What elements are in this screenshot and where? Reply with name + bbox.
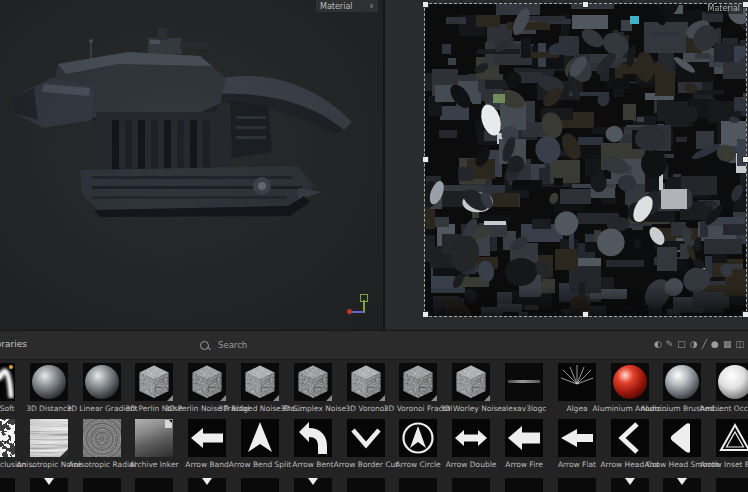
asset-tile[interactable]: Aluminium Anodiz... (611, 363, 649, 401)
asset-tile[interactable]: Arrow Flat (558, 419, 596, 457)
asset-tile[interactable]: 3D Worley Noise (452, 363, 490, 401)
uv-texture-canvas[interactable]: Material (424, 3, 747, 317)
transform-handle[interactable] (742, 311, 748, 318)
asset-tile[interactable]: Ambient Occlusion (716, 363, 748, 401)
filter-brushes-icon[interactable]: ✎ (666, 337, 674, 352)
asset-tile[interactable]: Archive Inker (135, 419, 173, 457)
arrow-flat-thumbnail (558, 419, 596, 457)
asset-tile[interactable]: Anisotropic Noise (30, 419, 68, 457)
asset-tile[interactable]: 3D Simplex Noise (294, 363, 332, 401)
asset-tile[interactable]: 3D Perlin Noise Fractal (188, 363, 226, 401)
asset-tile[interactable]: Arrow Inset Border (716, 419, 748, 457)
asset-tile[interactable]: Arrow Head Cut (611, 419, 649, 457)
asset-tile[interactable] (347, 478, 385, 492)
transform-handle[interactable] (582, 1, 589, 8)
filter-textures-icon[interactable]: ◑ (690, 337, 698, 352)
axis-x-line (350, 311, 364, 313)
asset-tile[interactable]: Arrow Circle (399, 419, 437, 457)
asset-tile[interactable] (663, 478, 701, 492)
asset-tile[interactable]: Arrow Double (452, 419, 490, 457)
asset-tile[interactable]: Arrow Head Smooth (663, 419, 701, 457)
asset-tile[interactable]: Arrow Band (188, 419, 226, 457)
libraries-header: Libraries ◐✎□◑╱●▦◫ (0, 331, 748, 360)
search-input[interactable] (216, 339, 630, 351)
asset-tile[interactable] (0, 478, 15, 492)
dark-thumbnail (558, 478, 596, 492)
asset-tile[interactable]: 3D Linear Gradient (83, 363, 121, 401)
asset-tile[interactable] (505, 478, 543, 492)
cube-thumbnail (452, 363, 490, 401)
asset-tile[interactable]: Basic Soft (0, 363, 15, 401)
asset-tile[interactable] (452, 478, 490, 492)
asset-tile[interactable]: Ambient Occlusion ... (0, 419, 15, 457)
aniso-radial-thumbnail (83, 419, 121, 457)
filter-projects-icon[interactable]: ◐ (654, 337, 662, 352)
asset-tile[interactable]: Arrow Border Cut (347, 419, 385, 457)
axis-gizmo (348, 294, 374, 318)
asset-tile[interactable] (558, 478, 596, 492)
asset-tile[interactable]: 3D Ridged Noise Fra... (241, 363, 279, 401)
uv-atlas-image (425, 4, 746, 316)
transform-handle[interactable] (582, 311, 589, 318)
dark-thumbnail (241, 478, 279, 492)
arrow-head-cut-thumbnail (611, 419, 649, 457)
viewport-2d[interactable]: Material (385, 0, 748, 330)
asset-tile[interactable] (294, 478, 332, 492)
dark-thumbnail (505, 478, 543, 492)
asset-tile[interactable] (30, 478, 68, 492)
dark-thumbnail (188, 478, 226, 492)
cube-dark-thumbnail (399, 363, 437, 401)
dark-thumbnail (30, 478, 68, 492)
asset-tile[interactable] (83, 478, 121, 492)
transform-handle[interactable] (422, 1, 429, 8)
asset-tile[interactable]: Algea (558, 363, 596, 401)
asset-tile[interactable]: 3D Perlin Noise (135, 363, 173, 401)
arrow-double-thumbnail (452, 419, 490, 457)
aniso-h-thumbnail (30, 419, 68, 457)
asset-tile[interactable] (611, 478, 649, 492)
asset-tile[interactable]: Arrow Bend Split (241, 419, 279, 457)
asset-tile[interactable]: Aluminium Brushed ... (663, 363, 701, 401)
dark-thumbnail (294, 478, 332, 492)
arrow-border-cut-thumbnail (347, 419, 385, 457)
asset-tile[interactable] (241, 478, 279, 492)
filter-materials-icon[interactable]: ● (711, 337, 719, 352)
dark-thumbnail (611, 478, 649, 492)
sphere-grey-thumbnail (83, 363, 121, 401)
filter-alphas-icon[interactable]: □ (677, 337, 686, 352)
material-mode-dropdown[interactable]: Material ∨ (315, 0, 379, 13)
cube-thumbnail (241, 363, 279, 401)
dark-thumbnail (83, 478, 121, 492)
asset-filter-icons: ◐✎□◑╱●▦◫ (654, 337, 744, 352)
asset-tile[interactable] (188, 478, 226, 492)
asset-tile[interactable]: Arrow Bent (294, 419, 332, 457)
transform-handle[interactable] (742, 1, 748, 8)
asset-label: Arrow Inset Border (690, 460, 748, 469)
filter-procedurals-icon[interactable]: ╱ (702, 337, 707, 352)
filter-smart-masks-icon[interactable]: ◫ (735, 337, 744, 352)
filter-smart-materials-icon[interactable]: ▦ (723, 337, 732, 352)
asset-tile[interactable]: Arrow Fire (505, 419, 543, 457)
asset-tile[interactable] (716, 478, 748, 492)
arrow-head-smooth-thumbnail (663, 419, 701, 457)
search-field[interactable] (200, 337, 630, 353)
viewport-3d[interactable]: Material ∨ (0, 0, 383, 330)
asset-tile[interactable]: 3D Distance (30, 363, 68, 401)
asset-tile[interactable]: alexav3logc (505, 363, 543, 401)
sphere-grey-thumbnail (30, 363, 68, 401)
cube-dark-thumbnail (188, 363, 226, 401)
transform-handle[interactable] (742, 156, 748, 163)
sphere-steel-thumbnail (663, 363, 701, 401)
transform-handle[interactable] (422, 156, 429, 163)
arrow-circle-thumbnail (399, 419, 437, 457)
asset-tile[interactable] (135, 478, 173, 492)
asset-tile[interactable]: 3D Voronoi (347, 363, 385, 401)
dark-thumbnail (663, 478, 701, 492)
transform-handle[interactable] (422, 311, 429, 318)
dark-thumbnail (347, 478, 385, 492)
asset-tile[interactable]: Anisotropic Radial (83, 419, 121, 457)
cube-thumbnail (347, 363, 385, 401)
asset-tile[interactable]: 3D Voronoi Fractal (399, 363, 437, 401)
asset-tile[interactable] (399, 478, 437, 492)
cube-dark-thumbnail (294, 363, 332, 401)
